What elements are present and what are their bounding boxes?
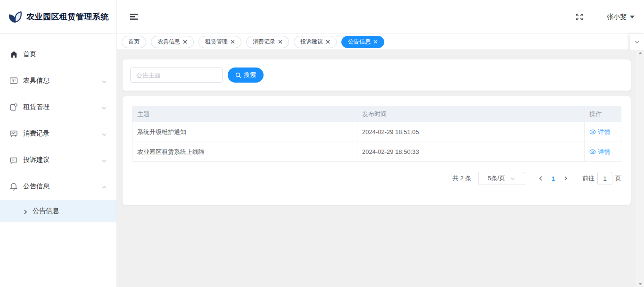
table-row: 系统升级维护通知 2024-02-29 18:51:05 详情 bbox=[132, 122, 621, 142]
sidebar-item-label: 首页 bbox=[23, 50, 107, 59]
close-icon[interactable] bbox=[373, 40, 378, 44]
close-icon[interactable] bbox=[231, 40, 235, 44]
user-name: 张小斐 bbox=[607, 13, 627, 21]
logo-row: 农业园区租赁管理系统 bbox=[0, 0, 116, 34]
table-header-row: 主题 发布时间 操作 bbox=[132, 106, 621, 122]
col-header-subject: 主题 bbox=[132, 106, 357, 122]
tabs-more-button[interactable] bbox=[630, 34, 644, 50]
sidebar-item-label: 消费记录 bbox=[23, 129, 101, 138]
pagination: 共 2 条 5条/页 1 前往 页 bbox=[132, 172, 621, 185]
eye-icon bbox=[589, 149, 596, 154]
chevron-right-icon bbox=[23, 208, 28, 214]
grid-icon bbox=[9, 76, 18, 85]
tab-label: 首页 bbox=[128, 38, 140, 46]
app-logo-icon bbox=[8, 9, 23, 24]
close-icon[interactable] bbox=[278, 40, 282, 44]
tab-label: 农具信息 bbox=[157, 38, 180, 46]
topbar-right: 张小斐 bbox=[574, 11, 635, 23]
current-page[interactable]: 1 bbox=[550, 175, 557, 182]
eye-icon bbox=[589, 129, 596, 135]
search-panel: 搜索 bbox=[123, 59, 631, 91]
cell-subject: 系统升级维护通知 bbox=[132, 122, 357, 142]
sidebar-item-tools-info[interactable]: 农具信息 bbox=[0, 68, 116, 94]
chevron-up-icon bbox=[101, 184, 107, 189]
detail-link-label: 详情 bbox=[598, 128, 610, 136]
chevron-right-icon bbox=[563, 176, 568, 181]
search-input[interactable] bbox=[130, 68, 223, 83]
search-icon bbox=[235, 72, 241, 78]
scroll-down-arrow-icon[interactable] bbox=[638, 283, 642, 285]
col-header-published: 发布时间 bbox=[357, 106, 585, 122]
chevron-down-icon bbox=[101, 157, 107, 163]
cell-published: 2024-02-29 18:50:33 bbox=[357, 142, 585, 162]
tab-tools-info[interactable]: 农具信息 bbox=[151, 36, 194, 48]
search-button-label: 搜索 bbox=[244, 71, 256, 79]
home-icon bbox=[9, 50, 18, 59]
sidebar-item-label: 农具信息 bbox=[23, 76, 101, 85]
content-area: 搜索 主题 发布时间 操作 系统升级维护通知 bbox=[117, 50, 644, 287]
sidebar: 农业园区租赁管理系统 首页 农具信息 bbox=[0, 0, 117, 287]
next-page-button[interactable] bbox=[557, 176, 575, 181]
pagination-total: 共 2 条 bbox=[452, 174, 471, 183]
user-menu[interactable]: 张小斐 bbox=[607, 13, 635, 21]
sidebar-menu: 首页 农具信息 租赁管理 bbox=[0, 34, 116, 222]
tab-label: 公告信息 bbox=[348, 38, 371, 46]
chevron-down-icon bbox=[101, 78, 107, 84]
tab-complaints[interactable]: 投诉建议 bbox=[294, 36, 337, 48]
tab-announcements[interactable]: 公告信息 bbox=[341, 36, 384, 48]
tabs-bar: 首页 农具信息 租赁管理 消费记录 投诉建议 公告信息 bbox=[117, 34, 644, 50]
vertical-scrollbar[interactable] bbox=[636, 50, 644, 287]
scroll-up-arrow-icon[interactable] bbox=[638, 52, 642, 54]
goto-label: 前往 bbox=[582, 174, 594, 183]
bell-icon bbox=[9, 182, 18, 191]
close-icon[interactable] bbox=[326, 40, 330, 44]
goto-page-input[interactable] bbox=[597, 172, 612, 185]
fullscreen-icon[interactable] bbox=[574, 11, 585, 23]
sidebar-item-label: 投诉建议 bbox=[23, 156, 101, 164]
tab-label: 消费记录 bbox=[253, 38, 275, 46]
detail-link[interactable]: 详情 bbox=[589, 128, 610, 136]
chevron-down-icon bbox=[101, 104, 107, 110]
chevron-down-icon bbox=[510, 176, 515, 181]
prev-page-button[interactable] bbox=[532, 176, 550, 181]
tab-consume-records[interactable]: 消费记录 bbox=[246, 36, 289, 48]
sidebar-subitem-label: 公告信息 bbox=[33, 207, 59, 215]
sidebar-item-lease-mgmt[interactable]: 租赁管理 bbox=[0, 94, 116, 120]
sidebar-item-home[interactable]: 首页 bbox=[0, 41, 116, 68]
chevron-left-icon bbox=[538, 176, 543, 181]
app-window: 农业园区租赁管理系统 首页 农具信息 bbox=[0, 0, 644, 287]
detail-link-label: 详情 bbox=[598, 148, 610, 156]
main-area: 张小斐 首页 农具信息 租赁管理 消费记录 投诉建议 bbox=[117, 0, 644, 287]
announcements-panel: 主题 发布时间 操作 系统升级维护通知 2024-02-29 18:51:05 bbox=[123, 96, 631, 205]
tab-label: 租赁管理 bbox=[205, 38, 228, 46]
sidebar-item-label: 公告信息 bbox=[23, 182, 101, 191]
app-title: 农业园区租赁管理系统 bbox=[26, 11, 109, 22]
close-icon[interactable] bbox=[183, 40, 187, 44]
topbar: 张小斐 bbox=[117, 0, 644, 34]
sidebar-item-announcements[interactable]: 公告信息 bbox=[0, 173, 116, 200]
tab-lease-mgmt[interactable]: 租赁管理 bbox=[198, 36, 241, 48]
sidebar-item-consume-records[interactable]: 消费记录 bbox=[0, 120, 116, 147]
cell-subject: 农业园区租赁系统上线啦 bbox=[132, 142, 357, 162]
caret-down-icon bbox=[630, 16, 635, 18]
col-header-actions: 操作 bbox=[585, 106, 621, 122]
sidebar-item-complaints[interactable]: 投诉建议 bbox=[0, 147, 116, 173]
cell-published: 2024-02-29 18:51:05 bbox=[357, 122, 585, 142]
sidebar-item-label: 租赁管理 bbox=[23, 103, 101, 111]
cell-actions: 详情 bbox=[585, 142, 621, 162]
chat-icon bbox=[9, 156, 18, 164]
page-size-select[interactable]: 5条/页 bbox=[478, 172, 525, 185]
table-row: 农业园区租赁系统上线啦 2024-02-29 18:50:33 详情 bbox=[132, 142, 621, 162]
detail-link[interactable]: 详情 bbox=[589, 148, 610, 156]
collapse-sidebar-icon[interactable] bbox=[128, 11, 140, 22]
search-button[interactable]: 搜索 bbox=[228, 68, 264, 83]
chevron-down-icon bbox=[634, 39, 640, 45]
page-size-value: 5条/页 bbox=[488, 174, 505, 183]
board-chart-icon bbox=[9, 129, 18, 138]
chevron-down-icon bbox=[101, 131, 107, 136]
announcements-table: 主题 发布时间 操作 系统升级维护通知 2024-02-29 18:51:05 bbox=[132, 106, 621, 162]
document-icon bbox=[9, 103, 18, 111]
tab-home[interactable]: 首页 bbox=[122, 36, 146, 48]
cell-actions: 详情 bbox=[585, 122, 621, 142]
sidebar-subitem-announcements[interactable]: 公告信息 bbox=[0, 200, 116, 222]
